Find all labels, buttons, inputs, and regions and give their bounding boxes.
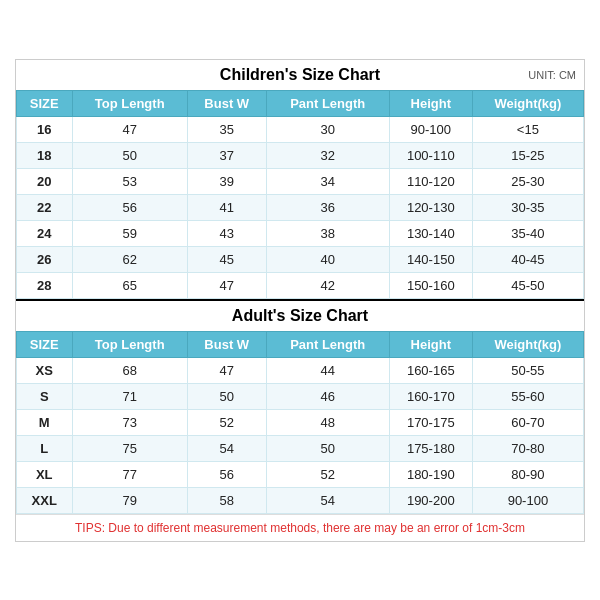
table-cell: 58 [187,487,266,513]
size-chart: Children's Size Chart UNIT: CM SIZE Top … [15,59,585,542]
table-cell: 50 [266,435,389,461]
children-header-row: SIZE Top Length Bust W Pant Length Heigh… [17,90,584,116]
table-row: XXL795854190-20090-100 [17,487,584,513]
table-cell: 75 [72,435,187,461]
table-cell: 36 [266,194,389,220]
table-cell: 15-25 [472,142,583,168]
table-cell: 30 [266,116,389,142]
table-cell: 45-50 [472,272,583,298]
table-cell: 47 [187,272,266,298]
col-height: Height [389,90,472,116]
table-cell: 38 [266,220,389,246]
table-cell: 20 [17,168,73,194]
table-cell: 34 [266,168,389,194]
table-cell: 56 [187,461,266,487]
table-cell: 77 [72,461,187,487]
table-row: 28654742150-16045-50 [17,272,584,298]
table-cell: 41 [187,194,266,220]
table-cell: 55-60 [472,383,583,409]
table-cell: 50 [72,142,187,168]
adult-title-row: Adult's Size Chart [16,299,584,331]
table-cell: 54 [266,487,389,513]
table-cell: XL [17,461,73,487]
table-cell: 160-165 [389,357,472,383]
table-cell: 18 [17,142,73,168]
col-pant-length: Pant Length [266,90,389,116]
table-row: L755450175-18070-80 [17,435,584,461]
table-cell: 175-180 [389,435,472,461]
table-cell: 35-40 [472,220,583,246]
table-row: 1647353090-100<15 [17,116,584,142]
table-cell: 160-170 [389,383,472,409]
col-size: SIZE [17,90,73,116]
table-cell: 47 [187,357,266,383]
col-bust-w: Bust W [187,90,266,116]
table-cell: 43 [187,220,266,246]
table-cell: 25-30 [472,168,583,194]
children-title-row: Children's Size Chart UNIT: CM [16,60,584,90]
table-cell: 90-100 [472,487,583,513]
table-cell: 46 [266,383,389,409]
table-cell: 45 [187,246,266,272]
table-cell: 79 [72,487,187,513]
table-row: XS684744160-16550-55 [17,357,584,383]
table-cell: 150-160 [389,272,472,298]
table-cell: 60-70 [472,409,583,435]
children-chart-title: Children's Size Chart [220,66,380,83]
table-cell: 52 [187,409,266,435]
table-cell: 130-140 [389,220,472,246]
col-height-adult: Height [389,331,472,357]
table-cell: 54 [187,435,266,461]
table-cell: 110-120 [389,168,472,194]
col-weight-adult: Weight(kg) [472,331,583,357]
table-cell: 68 [72,357,187,383]
unit-label: UNIT: CM [528,69,576,81]
table-row: XL775652180-19080-90 [17,461,584,487]
tips-row: TIPS: Due to different measurement metho… [16,514,584,541]
table-row: 24594338130-14035-40 [17,220,584,246]
table-cell: 48 [266,409,389,435]
table-cell: M [17,409,73,435]
table-cell: 59 [72,220,187,246]
table-cell: 190-200 [389,487,472,513]
adult-header-row: SIZE Top Length Bust W Pant Length Heigh… [17,331,584,357]
table-row: 18503732100-11015-25 [17,142,584,168]
table-cell: 32 [266,142,389,168]
table-cell: 80-90 [472,461,583,487]
table-cell: 73 [72,409,187,435]
table-cell: 120-130 [389,194,472,220]
col-pant-length-adult: Pant Length [266,331,389,357]
table-cell: 28 [17,272,73,298]
table-cell: XS [17,357,73,383]
table-cell: 39 [187,168,266,194]
table-cell: 52 [266,461,389,487]
table-row: S715046160-17055-60 [17,383,584,409]
table-cell: 26 [17,246,73,272]
table-cell: L [17,435,73,461]
table-cell: 22 [17,194,73,220]
table-cell: 90-100 [389,116,472,142]
table-cell: 30-35 [472,194,583,220]
table-cell: 40 [266,246,389,272]
table-cell: 140-150 [389,246,472,272]
tips-text: TIPS: Due to different measurement metho… [75,521,525,535]
table-row: 26624540140-15040-45 [17,246,584,272]
adult-chart-title: Adult's Size Chart [232,307,368,324]
table-cell: 180-190 [389,461,472,487]
table-cell: 56 [72,194,187,220]
col-bust-w-adult: Bust W [187,331,266,357]
table-cell: 50 [187,383,266,409]
col-weight: Weight(kg) [472,90,583,116]
table-cell: 42 [266,272,389,298]
table-cell: 70-80 [472,435,583,461]
children-table: SIZE Top Length Bust W Pant Length Heigh… [16,90,584,299]
table-cell: 35 [187,116,266,142]
table-cell: 62 [72,246,187,272]
table-cell: XXL [17,487,73,513]
table-cell: 71 [72,383,187,409]
table-cell: 44 [266,357,389,383]
table-cell: 16 [17,116,73,142]
table-cell: 170-175 [389,409,472,435]
table-row: M735248170-17560-70 [17,409,584,435]
table-cell: 37 [187,142,266,168]
